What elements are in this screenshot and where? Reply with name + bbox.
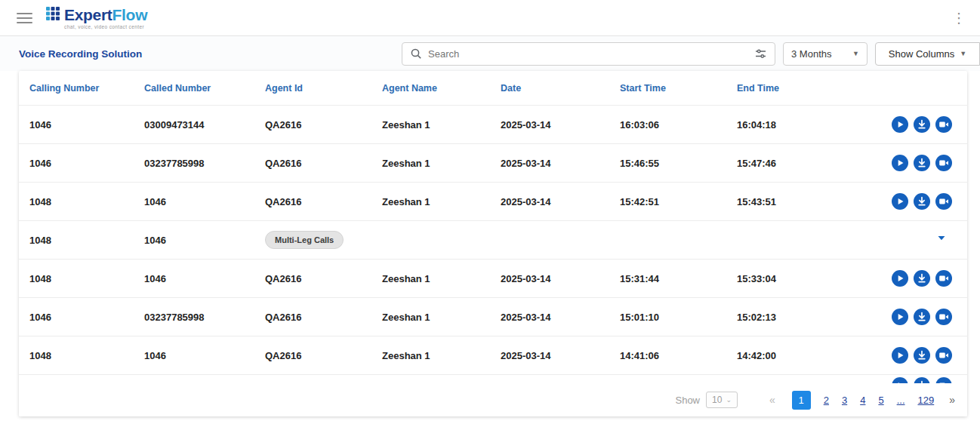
page-number-3[interactable]: 3: [842, 391, 847, 410]
download-recording-button[interactable]: [914, 309, 930, 325]
search-box: [402, 42, 775, 66]
cell-end-time: 15:43:51: [737, 196, 850, 207]
play-icon: [892, 155, 908, 171]
download-icon: [914, 193, 930, 210]
cell-date: 2025-03-14: [501, 350, 620, 361]
expand-row-button[interactable]: [935, 232, 952, 248]
video-recording-button[interactable]: [935, 116, 952, 133]
page-number-4[interactable]: 4: [860, 391, 865, 410]
download-recording-button[interactable]: [914, 270, 930, 287]
cell-end-time: 15:33:04: [737, 273, 850, 284]
chevron-down-icon: ⌄: [726, 396, 732, 404]
play-recording-button[interactable]: [892, 155, 908, 171]
table-header-row: Calling Number Called Number Agent Id Ag…: [19, 71, 967, 106]
video-recording-button[interactable]: [935, 347, 952, 364]
chevron-down-icon: ▼: [852, 50, 859, 57]
cell-agent-id: QA2616: [265, 158, 382, 169]
download-recording-button[interactable]: [914, 116, 930, 133]
cell-calling-number: 1048: [29, 196, 144, 207]
cell-agent-id: QA2616: [265, 350, 382, 361]
page-number-2[interactable]: 2: [824, 391, 829, 410]
video-recording-button[interactable]: [935, 270, 952, 287]
row-actions: [850, 309, 957, 325]
cell-calling-number: 1046: [29, 119, 144, 131]
prev-page-button[interactable]: «: [769, 394, 775, 406]
page-title: Voice Recording Solution: [19, 48, 142, 60]
col-header-date: Date: [501, 83, 620, 94]
logo-tagline: chat, voice, video contact center: [64, 24, 147, 29]
cell-agent-name: Zeeshan 1: [382, 196, 501, 207]
overflow-menu-icon[interactable]: ⋮: [951, 11, 966, 25]
cell-called-number: 03237785998: [144, 158, 265, 169]
table-row: 104603009473144QA2616Zeeshan 12025-03-14…: [19, 106, 967, 144]
video-recording-button[interactable]: [935, 193, 952, 210]
search-icon: [410, 48, 422, 60]
download-icon: [914, 155, 930, 171]
play-recording-button[interactable]: [892, 347, 908, 364]
cell-date: 2025-03-14: [501, 312, 620, 323]
cell-start-time: 16:03:06: [620, 119, 737, 131]
play-recording-button[interactable]: [892, 309, 908, 325]
page-number-5[interactable]: 5: [878, 391, 883, 410]
chevron-down-icon: ▼: [960, 50, 966, 57]
cell-date: 2025-03-14: [501, 119, 620, 131]
page-size-select[interactable]: 10 ⌄: [706, 392, 738, 408]
next-page-button[interactable]: »: [949, 394, 955, 406]
cell-end-time: 15:02:13: [737, 312, 850, 323]
show-columns-label: Show Columns: [889, 48, 954, 60]
menu-icon[interactable]: [17, 13, 32, 23]
col-header-called-number: Called Number: [144, 83, 265, 94]
cell-agent-name: Zeeshan 1: [382, 312, 501, 323]
top-bar: ExpertFlow chat, voice, video contact ce…: [0, 0, 980, 36]
video-camera-icon: [935, 193, 952, 210]
row-actions: [850, 270, 957, 287]
pagination-bar: Show 10 ⌄ « 12345...129 »: [19, 383, 967, 416]
play-icon: [892, 347, 908, 364]
play-recording-button[interactable]: [892, 193, 908, 210]
download-recording-button[interactable]: [914, 155, 930, 171]
cell-agent-id: QA2616: [265, 196, 382, 207]
cell-agent-id: QA2616: [265, 312, 382, 323]
video-recording-button[interactable]: [935, 309, 952, 325]
cell-end-time: 14:42:00: [737, 350, 850, 361]
download-recording-button[interactable]: [914, 193, 930, 210]
cell-calling-number: 1048: [29, 273, 144, 284]
cell-called-number: 1046: [144, 350, 265, 361]
cell-start-time: 15:46:55: [620, 158, 737, 169]
filter-icon[interactable]: [754, 48, 767, 60]
download-icon: [914, 309, 930, 325]
cell-start-time: 15:01:10: [620, 312, 737, 323]
video-camera-icon: [935, 347, 952, 364]
cell-end-time: 15:47:46: [737, 158, 850, 169]
play-icon: [892, 193, 908, 210]
video-recording-button[interactable]: [935, 155, 952, 171]
table-body: 104603009473144QA2616Zeeshan 12025-03-14…: [19, 106, 967, 413]
video-camera-icon: [935, 309, 952, 325]
cell-agent-name: Zeeshan 1: [382, 350, 501, 361]
cell-called-number: 1046: [144, 273, 265, 284]
play-recording-button[interactable]: [892, 270, 908, 287]
col-header-calling-number: Calling Number: [29, 83, 144, 94]
play-recording-button[interactable]: [892, 116, 908, 133]
cell-agent-name: Zeeshan 1: [382, 158, 501, 169]
show-columns-button[interactable]: Show Columns ▼: [875, 42, 980, 66]
row-actions: [850, 116, 957, 133]
cell-called-number: 03009473144: [144, 119, 265, 131]
col-header-end-time: End Time: [737, 83, 850, 94]
row-actions: [850, 232, 957, 248]
cell-end-time: 16:04:18: [737, 119, 850, 131]
col-header-agent-name: Agent Name: [382, 83, 501, 94]
download-icon: [914, 347, 930, 364]
search-input[interactable]: [428, 48, 748, 60]
play-icon: [892, 270, 908, 287]
play-icon: [892, 309, 908, 325]
video-camera-icon: [935, 155, 952, 171]
date-range-select[interactable]: 3 Months ▼: [783, 42, 868, 66]
expertflow-logo: ExpertFlow chat, voice, video contact ce…: [46, 7, 147, 29]
col-header-start-time: Start Time: [620, 83, 737, 94]
download-recording-button[interactable]: [914, 347, 930, 364]
multileg-badge: Multi-Leg Calls: [265, 231, 344, 249]
table-row: 10481046QA2616Zeeshan 12025-03-1415:31:4…: [19, 260, 967, 298]
page-number-1[interactable]: 1: [792, 391, 811, 410]
page-number-129[interactable]: 129: [918, 391, 935, 410]
